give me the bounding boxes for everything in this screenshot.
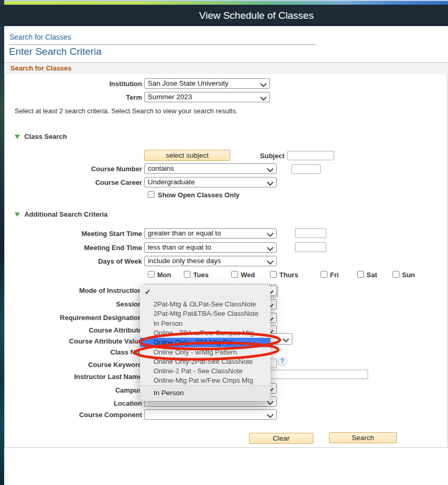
- mode-of-instruction-popup: ✓ 2Pat-Mtg & OLPat-See ClassNote 2Pat-Mt…: [140, 285, 270, 401]
- session-label: Session: [4, 300, 142, 308]
- label-wed: Wed: [241, 271, 255, 279]
- class-search-section-header[interactable]: Class Search: [15, 132, 67, 141]
- checkbox-wed[interactable]: [231, 271, 238, 278]
- checkbox-tues[interactable]: [184, 271, 191, 278]
- course-number-value: contains: [148, 164, 174, 173]
- location-label: Location: [4, 399, 142, 407]
- meeting-start-label: Meeting Start Time: [4, 230, 142, 238]
- meeting-start-select[interactable]: greater than or equal to: [144, 228, 277, 239]
- chevron-down-icon: [282, 336, 289, 342]
- checkbox-sat[interactable]: [357, 271, 364, 278]
- institution-label: Institution: [4, 80, 142, 88]
- meeting-end-value: less than or equal to: [148, 243, 211, 252]
- meeting-end-select[interactable]: less than or equal to: [144, 242, 277, 253]
- breadcrumb-search-for-classes[interactable]: Search for Classes: [9, 33, 71, 41]
- label-thurs: Thurs: [279, 271, 298, 279]
- chevron-down-icon: [267, 179, 274, 186]
- background-image-strip: [0, 0, 4, 485]
- divider: [9, 44, 316, 45]
- days-of-week-label: Days of Week: [4, 257, 142, 265]
- additional-criteria-title: Additional Search Criteria: [24, 210, 108, 218]
- class-nbr-label: Class Nbr: [4, 348, 142, 356]
- checkbox-mon[interactable]: [148, 271, 155, 278]
- checkbox-fri[interactable]: [321, 271, 327, 278]
- subject-label: Subject: [159, 152, 285, 160]
- meeting-end-label: Meeting End Time: [4, 244, 142, 252]
- checkbox-sun[interactable]: [393, 271, 399, 278]
- mode-of-instruction-label: Mode of Instruction: [4, 287, 142, 294]
- show-open-label: Show Open Classes Only: [158, 191, 240, 199]
- popup-option-in-person[interactable]: In Person: [140, 386, 270, 401]
- help-icon[interactable]: ?: [278, 357, 287, 366]
- course-attribute-label: Course Attribute: [4, 326, 142, 334]
- show-open-checkbox[interactable]: [148, 191, 155, 198]
- popup-option[interactable]: 2Pat-Mtg Pat&TBA-See ClassNote: [140, 309, 270, 318]
- term-label: Term: [4, 93, 142, 101]
- course-career-value: Undergraduate: [148, 178, 195, 187]
- course-attribute-value-label: Course Attribute Value: [4, 337, 142, 345]
- course-component-label: Course Component: [4, 411, 142, 419]
- search-button[interactable]: Search: [329, 432, 397, 443]
- term-value: Summer 2023: [148, 92, 192, 102]
- popup-option[interactable]: Online-2 Pat - See ClassNote: [140, 366, 270, 376]
- popup-option[interactable]: Online-Mtg Pat w/Few Cmps Mtg: [140, 376, 270, 385]
- label-sun: Sun: [402, 271, 415, 279]
- groupbox-title: Search for Classes: [10, 64, 72, 72]
- chevron-down-icon: [260, 94, 267, 101]
- course-career-label: Course Career: [4, 179, 142, 186]
- label-sat: Sat: [367, 271, 377, 279]
- days-of-week-value: include only these days: [148, 256, 221, 266]
- chevron-down-icon: [260, 80, 267, 87]
- requirement-designation-label: Requirement Designation: [4, 314, 142, 322]
- chevron-down-icon: [267, 244, 274, 251]
- additional-criteria-section-header[interactable]: Additional Search Criteria: [15, 209, 108, 219]
- top-gradient-bar: [4, 1, 448, 5]
- course-number-input[interactable]: [291, 164, 321, 174]
- popup-option[interactable]: 2Pat-Mtg & OLPat-See ClassNote: [140, 300, 270, 309]
- title-bar: View Schedule of Classes: [0, 5, 448, 26]
- page-heading: Enter Search Criteria: [9, 46, 101, 57]
- institution-value: San Jose State University: [148, 79, 229, 88]
- popup-option[interactable]: Online Only-2Pat-See ClassNote: [140, 357, 270, 366]
- popup-option[interactable]: In Person: [140, 319, 270, 328]
- course-number-label: Course Number: [4, 165, 142, 173]
- chevron-down-icon: [267, 230, 274, 237]
- checkmark-icon: ✓: [145, 288, 151, 296]
- meeting-end-input[interactable]: [295, 242, 326, 252]
- campus-label: Campus: [4, 386, 142, 394]
- course-component-select[interactable]: [144, 409, 277, 420]
- collapse-triangle-icon: [15, 135, 20, 139]
- label-fri: Fri: [330, 271, 339, 279]
- instructor-last-name-label: Instructor Last Name: [4, 373, 142, 381]
- meeting-start-value: greater than or equal to: [148, 229, 221, 238]
- popup-option-highlighted[interactable]: Online Only - TBA Mtg Pat: [140, 338, 270, 347]
- subject-input[interactable]: [287, 151, 334, 160]
- groupbox-header: Search for Classes: [4, 62, 448, 74]
- meeting-start-input[interactable]: [295, 228, 326, 238]
- chevron-down-icon: [267, 258, 274, 265]
- chevron-down-icon: [267, 411, 274, 418]
- label-mon: Mon: [157, 271, 171, 279]
- popup-option[interactable]: Online Only - w/Mtg Pattern: [140, 348, 270, 357]
- class-search-title: Class Search: [24, 133, 67, 140]
- term-select[interactable]: Summer 2023: [144, 92, 270, 102]
- collapse-triangle-icon: [15, 212, 20, 217]
- page-title: View Schedule of Classes: [32, 5, 448, 26]
- institution-select[interactable]: San Jose State University: [144, 78, 270, 89]
- checkbox-thurs[interactable]: [270, 271, 277, 278]
- course-keyword-label: Course Keyword: [4, 361, 142, 369]
- course-number-select[interactable]: contains: [144, 163, 277, 174]
- chevron-down-icon: [267, 165, 274, 172]
- criteria-note: Select at least 2 search criteria. Selec…: [15, 107, 238, 115]
- clear-button[interactable]: Clear: [249, 433, 313, 444]
- page: View Schedule of Classes Search for Clas…: [0, 0, 448, 485]
- days-of-week-select[interactable]: include only these days: [144, 256, 277, 266]
- popup-option[interactable]: Online - TBA w/Few Campus Mtg: [140, 328, 270, 338]
- course-career-select[interactable]: Undergraduate: [144, 177, 277, 187]
- label-tues: Tues: [193, 271, 208, 279]
